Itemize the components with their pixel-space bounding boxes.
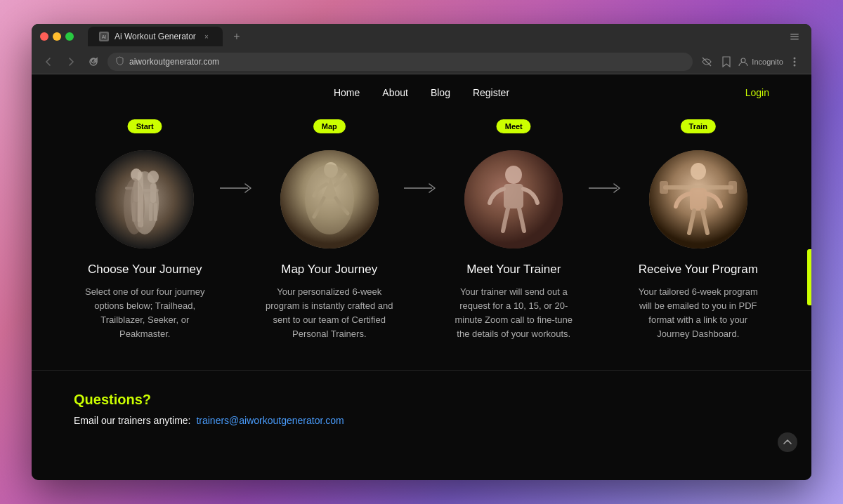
step-1-image — [96, 150, 194, 248]
window-menu-icon[interactable] — [786, 28, 803, 45]
tab-bar: AI Ai Workout Generator × + — [88, 27, 780, 46]
browser-titlebar: AI Ai Workout Generator × + — [32, 24, 811, 49]
arrow-1 — [216, 181, 259, 195]
step-4-image — [649, 150, 747, 248]
more-menu-icon[interactable] — [786, 53, 803, 70]
arrow-3 — [585, 181, 627, 195]
svg-point-7 — [794, 57, 796, 59]
questions-title: Questions? — [74, 392, 769, 408]
svg-rect-19 — [149, 203, 152, 221]
svg-rect-2 — [790, 34, 799, 35]
questions-section: Questions? Email our trainers anytime: t… — [32, 370, 811, 454]
svg-rect-13 — [125, 187, 140, 190]
step-1: Start — [74, 125, 216, 342]
tab-close-icon[interactable]: × — [202, 32, 211, 41]
step-4-desc: Your tailored 6-week program will be ema… — [627, 285, 770, 342]
nav-register[interactable]: Register — [473, 87, 509, 98]
journey-section: Start — [32, 111, 811, 370]
svg-point-31 — [691, 163, 706, 180]
svg-rect-15 — [137, 202, 140, 222]
svg-rect-33 — [660, 181, 668, 194]
journey-steps: Start — [74, 125, 769, 342]
nav-home[interactable]: Home — [334, 87, 360, 98]
nav-login[interactable]: Login — [745, 87, 769, 98]
step-3-title: Meet Your Trainer — [466, 263, 561, 277]
eye-off-icon[interactable] — [698, 53, 715, 70]
svg-rect-35 — [690, 188, 707, 211]
incognito-badge: Incognito — [738, 56, 783, 67]
step-2-badge: Map — [313, 119, 346, 133]
tab-title: Ai Workout Generator — [115, 32, 196, 41]
traffic-lights — [40, 32, 74, 41]
browser-toolbar: aiworkoutgenerator.com Incognito — [32, 49, 811, 74]
step-2-desc: Your personalized 6-week program is inst… — [259, 285, 401, 342]
incognito-label: Incognito — [752, 58, 783, 66]
svg-text:AI: AI — [102, 34, 107, 39]
active-tab[interactable]: AI Ai Workout Generator × — [88, 27, 223, 46]
url-text: aiworkoutgenerator.com — [129, 57, 219, 67]
back-button[interactable] — [40, 53, 57, 70]
step-1-desc: Select one of our four journey options b… — [74, 285, 216, 342]
svg-rect-12 — [133, 181, 139, 202]
new-tab-button[interactable]: + — [228, 28, 245, 45]
questions-email-prefix: Email our trainers anytime: — [74, 415, 191, 426]
step-4: Train — [627, 125, 770, 342]
step-2-image — [280, 150, 379, 248]
browser-chrome: AI Ai Workout Generator × + — [32, 24, 811, 74]
svg-point-6 — [741, 58, 745, 62]
arrow-2 — [400, 181, 443, 195]
close-button[interactable] — [40, 32, 48, 41]
tab-favicon: AI — [99, 32, 109, 41]
svg-point-27 — [505, 166, 522, 184]
nav-links: Home About Blog Register — [334, 87, 509, 98]
svg-point-16 — [148, 171, 159, 183]
forward-button[interactable] — [63, 53, 79, 70]
svg-point-8 — [794, 60, 796, 62]
refresh-button[interactable] — [85, 53, 102, 70]
step-1-title: Choose Your Journey — [88, 263, 202, 277]
step-3: Meet — [443, 125, 585, 342]
nav-about[interactable]: About — [382, 87, 408, 98]
svg-rect-28 — [504, 184, 523, 208]
step-2-title: Map Your Journey — [281, 263, 377, 277]
step-4-badge: Train — [681, 119, 716, 133]
step-3-desc: Your trainer will send out a request for… — [443, 285, 585, 342]
step-4-title: Receive Your Program — [639, 263, 758, 277]
svg-rect-4 — [790, 39, 799, 40]
yellow-accent-bar — [807, 249, 811, 305]
svg-point-23 — [324, 162, 338, 178]
fullscreen-button[interactable] — [65, 32, 74, 41]
step-3-image — [464, 150, 563, 248]
svg-point-22 — [280, 150, 379, 248]
nav-blog[interactable]: Blog — [431, 87, 450, 98]
svg-point-9 — [794, 64, 796, 66]
svg-rect-14 — [132, 202, 136, 222]
svg-point-11 — [131, 168, 142, 181]
questions-email-line: Email our trainers anytime: trainers@aiw… — [74, 415, 769, 426]
site-nav: Home About Blog Register Login — [32, 74, 811, 111]
website-content: Home About Blog Register Login Start — [32, 74, 811, 480]
collapse-button[interactable] — [778, 432, 797, 452]
svg-rect-34 — [728, 181, 737, 194]
step-3-badge: Meet — [497, 119, 531, 133]
svg-rect-20 — [154, 203, 157, 221]
step-1-badge: Start — [128, 119, 162, 133]
minimize-button[interactable] — [53, 32, 61, 41]
step-2: Map — [259, 125, 401, 342]
address-bar[interactable]: aiworkoutgenerator.com — [107, 53, 693, 71]
svg-rect-3 — [790, 37, 799, 38]
svg-rect-17 — [150, 183, 156, 203]
bookmark-icon[interactable] — [718, 53, 735, 70]
browser-window: AI Ai Workout Generator × + — [32, 24, 811, 480]
svg-point-10 — [96, 150, 194, 248]
svg-rect-18 — [143, 189, 159, 192]
questions-email-link[interactable]: trainers@aiworkoutgenerator.com — [196, 415, 344, 426]
toolbar-actions: Incognito — [698, 53, 803, 70]
security-icon — [116, 56, 124, 67]
